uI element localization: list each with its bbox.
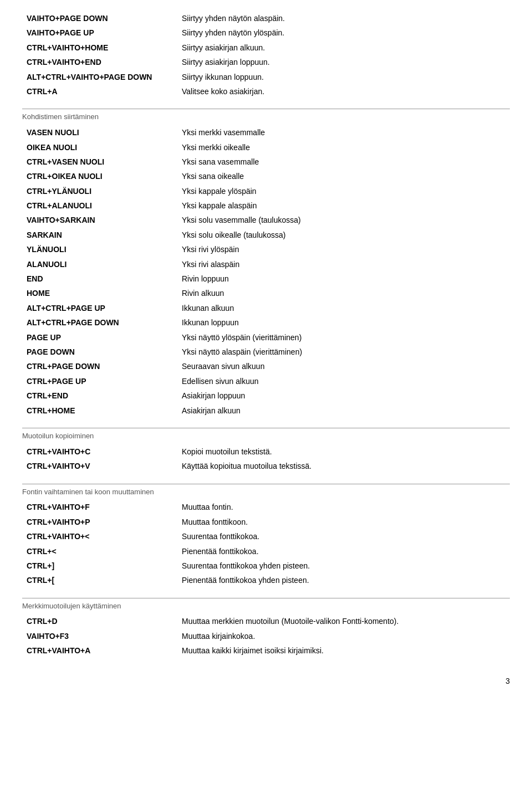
shortcut-key: CTRL+VAIHTO+A (22, 643, 177, 658)
shortcut-key: ALT+CTRL+PAGE DOWN (22, 315, 177, 330)
shortcut-key: SARKAIN (22, 228, 177, 242)
table-row: CTRL+VASEN NUOLI Yksi sana vasemmalle (22, 155, 510, 169)
section-title: Muotoilun kopioiminen (22, 431, 510, 442)
shortcut-desc: Siirtyy ikkunan loppuun. (177, 70, 510, 84)
section: Merkkimuotoilujen käyttäminen CTRL+D Muu… (22, 598, 510, 658)
shortcut-desc: Valitsee koko asiakirjan. (177, 84, 510, 99)
shortcut-key: CTRL+D (22, 614, 177, 628)
shortcut-key: CTRL+OIKEA NUOLI (22, 169, 177, 183)
shortcut-desc: Yksi näyttö ylöspäin (vierittäminen) (177, 330, 510, 345)
shortcut-desc: Yksi kappale ylöspäin (177, 184, 510, 198)
shortcut-key: CTRL+VAIHTO+< (22, 529, 177, 544)
shortcut-key: CTRL+END (22, 388, 177, 403)
table-row: VAIHTO+SARKAIN Yksi solu vasemmalle (tau… (22, 213, 510, 227)
section-header: Muotoilun kopioiminen (22, 428, 510, 442)
table-row: CTRL+< Pienentää fonttikokoa. (22, 544, 510, 559)
shortcut-key: CTRL+VAIHTO+C (22, 444, 177, 459)
table-row: VAIHTO+PAGE UP Siirtyy yhden näytön ylös… (22, 25, 510, 40)
shortcut-key: CTRL+] (22, 559, 177, 573)
shortcut-key: CTRL+YLÄNUOLI (22, 184, 177, 198)
shortcut-desc: Muuttaa fontin. (177, 500, 510, 514)
section-header: Merkkimuotoilujen käyttäminen (22, 598, 510, 612)
shortcut-key: CTRL+VAIHTO+V (22, 459, 177, 473)
shortcut-key: ALANUOLI (22, 257, 177, 272)
shortcut-desc: Suurentaa fonttikokoa yhden pisteen. (177, 559, 510, 573)
shortcut-key: CTRL+PAGE DOWN (22, 359, 177, 373)
table-row: CTRL+A Valitsee koko asiakirjan. (22, 84, 510, 99)
table-row: SARKAIN Yksi solu oikealle (taulukossa) (22, 228, 510, 242)
shortcut-desc: Yksi kappale alaspäin (177, 198, 510, 213)
shortcut-desc: Siirtyy yhden näytön alaspäin. (177, 11, 510, 25)
section: Fontin vaihtaminen tai koon muuttaminen … (22, 484, 510, 588)
shortcut-desc: Yksi merkki vasemmalle (177, 125, 510, 140)
shortcut-desc: Yksi sana oikealle (177, 169, 510, 183)
table-row: CTRL+[ Pienentää fonttikokoa yhden piste… (22, 573, 510, 587)
table-row: PAGE DOWN Yksi näyttö alaspäin (vierittä… (22, 345, 510, 359)
section-title: Fontin vaihtaminen tai koon muuttaminen (22, 487, 510, 498)
shortcut-desc: Rivin loppuun (177, 272, 510, 286)
table-row: CTRL+] Suurentaa fonttikokoa yhden piste… (22, 559, 510, 573)
table-row: CTRL+VAIHTO+V Käyttää kopioitua muotoilu… (22, 459, 510, 473)
table-row: ALT+CTRL+PAGE DOWN Ikkunan loppuun (22, 315, 510, 330)
shortcut-desc: Pienentää fonttikokoa. (177, 544, 510, 559)
shortcut-key: CTRL+ALANUOLI (22, 198, 177, 213)
page-number: 3 (22, 675, 510, 687)
table-row: CTRL+D Muuttaa merkkien muotoilun (Muoto… (22, 614, 510, 628)
shortcut-key: VAIHTO+PAGE DOWN (22, 11, 177, 25)
shortcut-key: ALT+CTRL+VAIHTO+PAGE DOWN (22, 70, 177, 84)
table-row: CTRL+OIKEA NUOLI Yksi sana oikealle (22, 169, 510, 183)
shortcut-desc: Muuttaa merkkien muotoilun (Muotoile-val… (177, 614, 510, 628)
shortcut-desc: Suurentaa fonttikokoa. (177, 529, 510, 544)
table-row: CTRL+YLÄNUOLI Yksi kappale ylöspäin (22, 184, 510, 198)
section-table: VASEN NUOLI Yksi merkki vasemmalle OIKEA… (22, 125, 510, 418)
table-row: CTRL+ALANUOLI Yksi kappale alaspäin (22, 198, 510, 213)
shortcut-key: CTRL+PAGE UP (22, 374, 177, 388)
table-row: CTRL+VAIHTO+HOME Siirtyy asiakirjan alku… (22, 40, 510, 55)
table-row: VASEN NUOLI Yksi merkki vasemmalle (22, 125, 510, 140)
shortcut-desc: Yksi solu vasemmalle (taulukossa) (177, 213, 510, 227)
shortcut-desc: Yksi rivi ylöspäin (177, 242, 510, 257)
shortcut-key: ALT+CTRL+PAGE UP (22, 301, 177, 315)
section: Kohdistimen siirtäminen VASEN NUOLI Yksi… (22, 109, 510, 418)
section-table: CTRL+D Muuttaa merkkien muotoilun (Muoto… (22, 614, 510, 658)
shortcut-key: CTRL+A (22, 84, 177, 99)
shortcut-desc: Rivin alkuun (177, 286, 510, 300)
shortcut-desc: Siirtyy asiakirjan loppuun. (177, 55, 510, 69)
shortcut-key: CTRL+VAIHTO+END (22, 55, 177, 69)
shortcut-key: PAGE DOWN (22, 345, 177, 359)
table-row: CTRL+VAIHTO+F Muuttaa fontin. (22, 500, 510, 514)
table-row: ALT+CTRL+VAIHTO+PAGE DOWN Siirtyy ikkuna… (22, 70, 510, 84)
table-row: CTRL+VAIHTO+C Kopioi muotoilun tekstistä… (22, 444, 510, 459)
shortcut-desc: Yksi solu oikealle (taulukossa) (177, 228, 510, 242)
table-row: CTRL+PAGE DOWN Seuraavan sivun alkuun (22, 359, 510, 373)
section: Muotoilun kopioiminen CTRL+VAIHTO+C Kopi… (22, 428, 510, 474)
table-row: ALANUOLI Yksi rivi alaspäin (22, 257, 510, 272)
shortcut-desc: Yksi sana vasemmalle (177, 155, 510, 169)
shortcut-desc: Yksi näyttö alaspäin (vierittäminen) (177, 345, 510, 359)
shortcut-desc: Siirtyy yhden näytön ylöspäin. (177, 25, 510, 40)
shortcut-key: END (22, 272, 177, 286)
table-row: YLÄNUOLI Yksi rivi ylöspäin (22, 242, 510, 257)
shortcut-desc: Ikkunan alkuun (177, 301, 510, 315)
shortcut-key: VAIHTO+PAGE UP (22, 25, 177, 40)
section-title: Kohdistimen siirtäminen (22, 111, 510, 123)
shortcut-desc: Muuttaa kirjainkokoa. (177, 629, 510, 643)
shortcut-key: VAIHTO+SARKAIN (22, 213, 177, 227)
shortcut-key: CTRL+< (22, 544, 177, 559)
shortcut-key: OIKEA NUOLI (22, 140, 177, 155)
shortcut-desc: Edellisen sivun alkuun (177, 374, 510, 388)
table-row: PAGE UP Yksi näyttö ylöspäin (vierittämi… (22, 330, 510, 345)
section-table: CTRL+VAIHTO+F Muuttaa fontin. CTRL+VAIHT… (22, 500, 510, 587)
table-row: VAIHTO+PAGE DOWN Siirtyy yhden näytön al… (22, 11, 510, 25)
shortcut-desc: Muuttaa kaikki kirjaimet isoiksi kirjaim… (177, 643, 510, 658)
shortcut-key: YLÄNUOLI (22, 242, 177, 257)
shortcut-desc: Asiakirjan loppuun (177, 388, 510, 403)
shortcut-desc: Asiakirjan alkuun (177, 403, 510, 418)
shortcut-key: VASEN NUOLI (22, 125, 177, 140)
section-header: Kohdistimen siirtäminen (22, 109, 510, 123)
table-row: HOME Rivin alkuun (22, 286, 510, 300)
shortcut-desc: Käyttää kopioitua muotoilua tekstissä. (177, 459, 510, 473)
table-row: CTRL+VAIHTO+A Muuttaa kaikki kirjaimet i… (22, 643, 510, 658)
section-title: Merkkimuotoilujen käyttäminen (22, 601, 510, 612)
table-row: OIKEA NUOLI Yksi merkki oikealle (22, 140, 510, 155)
